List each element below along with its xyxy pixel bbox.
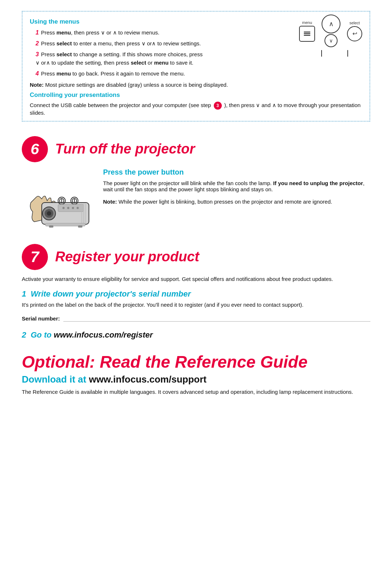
svg-rect-23 bbox=[78, 225, 82, 228]
step-7-header: 7 Register your product bbox=[22, 244, 370, 270]
press-power-button-heading: Press the power button bbox=[103, 168, 370, 176]
select-button-icon: ↩ bbox=[347, 26, 362, 41]
svg-point-6 bbox=[47, 211, 51, 216]
step-7-sub1-heading: 1 Write down your projector's serial num… bbox=[22, 289, 370, 299]
step-6-header: 6 Turn off the projector bbox=[22, 136, 370, 162]
using-menus-note: Note: Most picture settings are disabled… bbox=[30, 82, 362, 88]
svg-point-14 bbox=[62, 207, 65, 209]
svg-point-16 bbox=[72, 207, 74, 209]
svg-rect-0 bbox=[304, 32, 310, 33]
step-7-sub1-body: It's printed on the label on the back of… bbox=[22, 302, 370, 308]
download-heading: Download it at www.infocus.com/support bbox=[22, 374, 370, 385]
step-7-section: 7 Register your product Activate your wa… bbox=[22, 244, 370, 340]
menu-label: menu bbox=[302, 20, 312, 25]
select-label: select bbox=[350, 21, 360, 25]
up-button-icon: ∧ bbox=[322, 15, 340, 33]
step-6-content: Press the power button The power light o… bbox=[22, 168, 370, 231]
svg-rect-13 bbox=[58, 204, 83, 212]
svg-point-15 bbox=[67, 207, 69, 209]
step-7-body: Activate your warranty to ensure eligibi… bbox=[22, 276, 370, 282]
projector-svg bbox=[22, 168, 94, 230]
list-item: Press menu to go back. Press it again to… bbox=[33, 69, 362, 78]
menu-diagram: menu ∧ ∨ sele bbox=[299, 15, 362, 57]
step-7-sub2: 2 Go to www.infocus.com/register bbox=[22, 330, 370, 340]
svg-rect-1 bbox=[304, 33, 310, 34]
controlling-presentations-heading: Controlling your presentations bbox=[30, 91, 362, 99]
step-6-note: Note: While the power light is blinking,… bbox=[103, 199, 370, 205]
optional-section: Optional: Read the Reference Guide Downl… bbox=[22, 353, 370, 395]
svg-rect-2 bbox=[304, 35, 310, 36]
step-7-sub2-heading: 2 Go to www.infocus.com/register bbox=[22, 330, 370, 340]
svg-point-17 bbox=[77, 207, 79, 209]
svg-rect-22 bbox=[49, 225, 53, 228]
step-6-circle: 6 bbox=[22, 136, 48, 162]
controlling-presentations-section: Controlling your presentations Connect t… bbox=[30, 91, 362, 116]
projector-illustration bbox=[22, 168, 94, 231]
step-badge: 3 bbox=[214, 102, 222, 110]
step-7-sub1: 1 Write down your projector's serial num… bbox=[22, 289, 370, 322]
controlling-presentations-body: Connect the USB cable between the projec… bbox=[30, 102, 362, 116]
dotted-info-box: menu ∧ ∨ sele bbox=[22, 11, 370, 122]
download-url: www.infocus.com/support bbox=[89, 374, 207, 385]
step-6-body: Press the power button The power light o… bbox=[103, 168, 370, 205]
down-button-icon: ∨ bbox=[324, 34, 338, 47]
step-6-section: 6 Turn off the projector bbox=[22, 136, 370, 231]
serial-row: Serial number: bbox=[22, 313, 370, 322]
step-6-title: Turn off the projector bbox=[55, 142, 195, 157]
optional-title: Optional: Read the Reference Guide bbox=[22, 353, 370, 371]
serial-label: Serial number: bbox=[22, 315, 60, 322]
step-6-body-text: The power light on the projector will bl… bbox=[103, 180, 370, 192]
optional-body: The Reference Guide is available in mult… bbox=[22, 389, 370, 395]
step-7-circle: 7 bbox=[22, 244, 48, 270]
serial-line bbox=[64, 315, 370, 322]
step-7-title: Register your product bbox=[55, 249, 199, 265]
menu-button-icon bbox=[299, 26, 315, 42]
